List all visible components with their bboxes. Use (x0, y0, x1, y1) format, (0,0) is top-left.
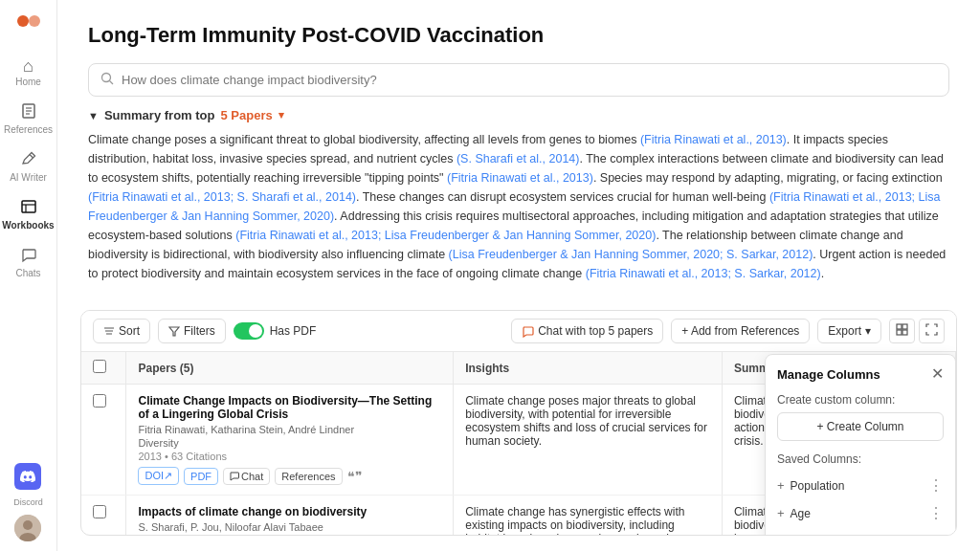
svg-marker-18 (169, 327, 179, 336)
summary-text: Climate change poses a significant threa… (88, 130, 949, 283)
export-button[interactable]: Export ▾ (817, 319, 881, 343)
chats-icon (20, 246, 37, 266)
ref-link-7[interactable]: (Lisa Freudenberger & Jan Hanning Sommer… (449, 248, 813, 261)
svg-rect-20 (902, 324, 907, 329)
search-bar (88, 63, 949, 97)
sidebar-item-chats-label: Chats (15, 268, 40, 278)
grid-view-button[interactable] (889, 319, 915, 343)
fullscreen-button[interactable] (919, 319, 945, 343)
table-outer: Sort Filters Has PDF Chat with top 5 pap… (57, 295, 980, 551)
plus-icon-2[interactable]: + (777, 506, 785, 520)
export-label: Export (828, 324, 861, 338)
create-column-btn-label: + Create Column (816, 420, 903, 433)
quote-icon[interactable]: ❝❞ (347, 469, 363, 484)
svg-line-14 (110, 81, 114, 85)
workbooks-icon (20, 198, 37, 218)
column-age-name: Age (791, 507, 811, 520)
manage-columns-panel: Manage Columns ✕ Create custom column: +… (765, 354, 956, 536)
svg-line-6 (30, 155, 33, 159)
sidebar-bottom: Discord (13, 463, 43, 541)
sort-button[interactable]: Sort (93, 319, 150, 343)
papers-dropdown-icon[interactable]: ▾ (278, 109, 284, 121)
svg-rect-22 (902, 330, 907, 335)
has-pdf-toggle: Has PDF (234, 322, 317, 340)
add-references-button[interactable]: + Add from References (671, 319, 810, 343)
default-columns-label: Default Columns: (777, 535, 944, 536)
summary-section: ▼ Summary from top 5 Papers ▾ Climate ch… (88, 108, 949, 283)
row-1-affiliation: Diversity (138, 437, 441, 449)
collapse-triangle-icon[interactable]: ▼ (88, 110, 99, 121)
references-icon (20, 102, 37, 122)
ref-link-6[interactable]: (Fitria Rinawati et al., 2013; Lisa Freu… (235, 229, 656, 242)
row-1-insights: Climate change poses major threats to gl… (465, 394, 707, 448)
row-1-meta: 2013 • 63 Citations (138, 451, 441, 462)
row-1-checkbox-cell (81, 385, 126, 496)
column-item-age: + Age ⋮ (777, 499, 944, 527)
row-1-title: Climate Change Impacts on Biodiversity—T… (138, 394, 441, 421)
has-pdf-toggle-switch[interactable] (234, 322, 264, 340)
avatar[interactable] (14, 515, 41, 541)
create-column-button[interactable]: + Create Column (777, 412, 944, 441)
sidebar-item-aiwriter-label: AI Writer (10, 172, 47, 183)
row-2-paper-cell: Impacts of climate change on biodiversit… (126, 496, 454, 536)
ai-writer-icon (20, 150, 37, 170)
pdf-tag[interactable]: PDF (184, 468, 218, 485)
references-tag[interactable]: References (275, 468, 342, 485)
row-1-checkbox[interactable] (93, 394, 106, 408)
doi-tag[interactable]: DOI↗ (138, 467, 179, 485)
table-toolbar: Sort Filters Has PDF Chat with top 5 pap… (81, 311, 956, 352)
row-2-title: Impacts of climate change on biodiversit… (138, 505, 441, 518)
svg-point-13 (102, 74, 111, 82)
sidebar-item-chats[interactable]: Chats (4, 240, 54, 284)
chat-label: Chat with top 5 papers (538, 324, 653, 338)
svg-rect-7 (22, 201, 35, 212)
column-population-name: Population (791, 479, 845, 493)
home-icon: ⌂ (23, 57, 33, 75)
plus-icon[interactable]: + (777, 478, 785, 493)
row-1-authors: Fitria Rinawati, Katharina Stein, André … (138, 424, 441, 435)
filters-button[interactable]: Filters (158, 319, 226, 343)
column-population-options[interactable]: ⋮ (928, 476, 944, 495)
summary-header: ▼ Summary from top 5 Papers ▾ (88, 108, 949, 122)
svg-rect-19 (897, 324, 902, 329)
ref-link-2[interactable]: (S. Sharafi et al., 2014) (457, 152, 580, 165)
discord-icon[interactable] (14, 463, 41, 490)
svg-point-11 (23, 520, 33, 530)
sidebar: ⌂ Home References AI Writer Workbooks Ch… (0, 0, 57, 551)
sidebar-item-ai-writer[interactable]: AI Writer (4, 144, 54, 188)
ref-link-4[interactable]: (Fitria Rinawati et al., 2013; S. Sharaf… (88, 190, 356, 204)
select-all-checkbox[interactable] (93, 360, 106, 373)
chat-button[interactable]: Chat with top 5 papers (511, 319, 663, 343)
search-input[interactable] (122, 73, 937, 87)
sort-label: Sort (119, 324, 140, 338)
view-toggle-buttons (889, 319, 945, 343)
column-item-age-left: + Age (777, 506, 811, 520)
papers-count[interactable]: 5 Papers (220, 108, 272, 122)
column-item-population-left: + Population (777, 478, 844, 493)
ref-link-3[interactable]: (Fitria Rinawati et al., 2013) (447, 171, 593, 185)
sidebar-item-references[interactable]: References (4, 97, 54, 141)
create-column-label: Create custom column: (777, 393, 944, 407)
add-label: + Add from References (681, 324, 799, 338)
chat-tag[interactable]: Chat (223, 468, 270, 485)
row-2-checkbox[interactable] (93, 505, 106, 518)
column-age-options[interactable]: ⋮ (928, 504, 944, 522)
close-panel-button[interactable]: ✕ (931, 366, 944, 382)
main-content: Long-Term Immunity Post-COVID Vaccinatio… (57, 0, 980, 551)
row-2-insights: Climate change has synergistic effects w… (465, 505, 684, 535)
svg-point-1 (29, 15, 40, 27)
ref-link-8[interactable]: (Fitria Rinawati et al., 2013; S. Sarkar… (586, 267, 821, 280)
export-dropdown-icon: ▾ (865, 324, 871, 338)
row-2-checkbox-cell (81, 496, 126, 536)
sidebar-item-workbooks-label: Workbooks (2, 220, 54, 231)
sidebar-item-home[interactable]: ⌂ Home (4, 52, 54, 93)
ref-link-1[interactable]: (Fitria Rinawati et al., 2013) (640, 133, 787, 146)
panel-title: Manage Columns (777, 367, 880, 382)
sidebar-item-workbooks[interactable]: Workbooks (4, 192, 54, 236)
th-papers: Papers (5) (126, 352, 454, 385)
th-select-all[interactable] (81, 352, 126, 385)
top-section: Long-Term Immunity Post-COVID Vaccinatio… (57, 0, 980, 295)
svg-point-0 (17, 15, 29, 27)
app-logo[interactable] (13, 10, 44, 40)
row-1-tags: DOI↗ PDF Chat References ❝❞ (138, 467, 441, 485)
